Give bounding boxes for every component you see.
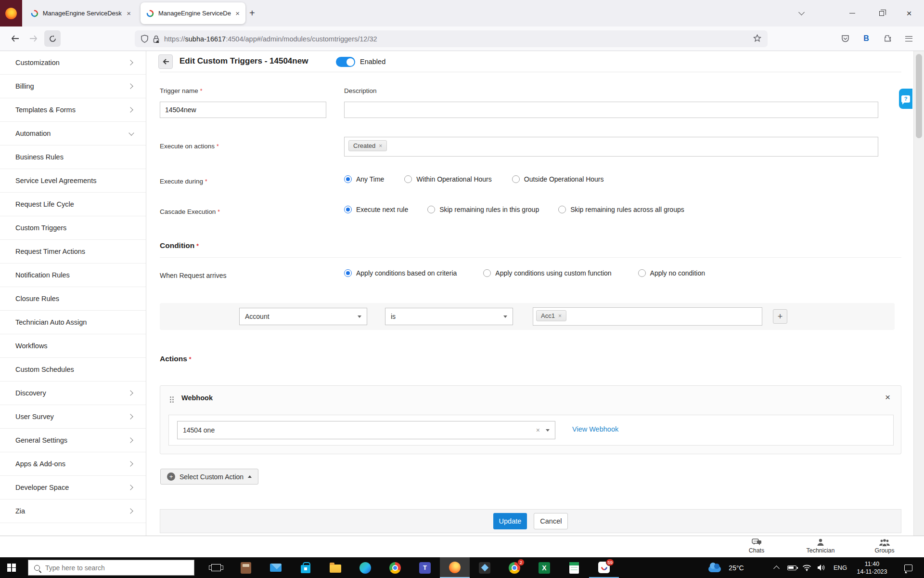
weather-widget[interactable] [706,557,723,578]
chrome-button[interactable] [380,557,410,578]
calculator-button[interactable] [231,557,261,578]
window-minimize-button[interactable] [841,0,863,26]
radio-within-operational-hours[interactable]: Within Operational Hours [404,175,491,183]
extension-b-icon[interactable]: B [858,30,874,47]
radio-any-time[interactable]: Any Time [344,175,384,183]
spreadsheet-button[interactable] [559,557,589,578]
sidebar-item-templates-forms[interactable]: Templates & Forms [0,98,146,122]
extensions-puzzle-icon[interactable] [880,30,896,47]
webhook-select[interactable]: 14504 one × [177,421,555,439]
new-tab-button[interactable]: + [249,7,255,19]
clock[interactable]: 11:4014-11-2023 [851,557,893,578]
radio-execute-next-rule[interactable]: Execute next rule [344,206,408,213]
teams-button[interactable]: T [410,557,440,578]
browser-tab-2-active[interactable]: ManageEngine ServiceDesk Plus × [141,2,245,24]
back-button[interactable] [7,30,23,47]
sidebar-item-closure-rules[interactable]: Closure Rules [0,287,146,311]
radio-skip-rules-all-groups[interactable]: Skip remaining rules across all groups [558,206,684,213]
tab-close-icon[interactable]: × [235,10,240,17]
window-close-button[interactable]: × [898,0,920,26]
enabled-toggle[interactable] [336,57,355,67]
sidebar-item-discovery[interactable]: Discovery [0,381,146,405]
firefox-app-icon[interactable] [0,0,22,26]
sidebar-item-business-rules[interactable]: Business Rules [0,145,146,169]
show-hidden-icons-button[interactable] [770,557,783,578]
chip-remove-icon[interactable]: × [558,313,562,319]
firefox-button-active[interactable] [440,557,470,578]
sidebar-item-apps-add-ons[interactable]: Apps & Add-ons [0,452,146,476]
taskbar-search[interactable] [28,560,194,576]
sidebar-item-zia[interactable]: Zia [0,499,146,523]
trigger-name-input[interactable] [160,102,326,118]
sidebar-item-custom-triggers[interactable]: Custom Triggers [0,216,146,240]
battery-status[interactable] [784,557,799,578]
photos-button[interactable] [470,557,500,578]
condition-operator-select[interactable]: is [385,308,513,325]
edge-button[interactable] [350,557,380,578]
temperature-label[interactable]: 25°C [724,557,749,578]
sidebar-item-request-life-cycle[interactable]: Request Life Cycle [0,193,146,216]
condition-field-select[interactable]: Account [239,308,367,325]
tab-close-icon[interactable]: × [127,10,131,17]
sidebar-item-service-level-agreements[interactable]: Service Level Agreements [0,169,146,193]
window-restore-button[interactable] [871,0,893,26]
webhook-close-icon[interactable]: × [885,393,890,402]
sidebar-item-user-survey[interactable]: User Survey [0,405,146,429]
sidebar-item-automation[interactable]: Automation [0,122,146,145]
radio-apply-conditions-custom-function[interactable]: Apply conditions using custom function [483,269,611,277]
help-button[interactable]: ? [899,89,912,109]
radio-apply-no-condition[interactable]: Apply no condition [638,269,705,277]
clear-selection-icon[interactable]: × [536,426,546,434]
sidebar-item-notification-rules[interactable]: Notification Rules [0,263,146,287]
chip-created[interactable]: Created× [348,140,387,151]
volume-status[interactable] [814,557,829,578]
excel-button[interactable]: X [529,557,559,578]
sidebar-item-developer-space[interactable]: Developer Space [0,476,146,499]
chats-widget[interactable]: Chats [730,538,783,554]
execute-on-actions-field[interactable]: Created× [344,137,878,157]
page-back-button[interactable] [158,54,173,69]
network-status[interactable] [800,557,813,578]
search-input[interactable] [45,564,170,572]
chip-acc1[interactable]: Acc1× [536,310,566,321]
chip-remove-icon[interactable]: × [379,143,382,149]
sidebar-item-request-timer-actions[interactable]: Request Timer Actions [0,240,146,263]
technician-widget[interactable]: Technician [794,538,847,554]
sidebar-item-billing[interactable]: Billing [0,75,146,98]
language-indicator[interactable]: ENG [831,557,850,578]
menu-hamburger-icon[interactable] [900,30,917,47]
radio-skip-rules-this-group[interactable]: Skip remaining rules in this group [427,206,539,213]
groups-widget[interactable]: Groups [858,538,911,554]
view-webhook-link[interactable]: View Webhook [572,425,618,433]
reload-button[interactable] [44,30,61,47]
action-center-button[interactable] [901,557,915,578]
drag-handle-icon[interactable] [170,396,175,404]
file-explorer-button[interactable] [321,557,350,578]
mail-button[interactable] [261,557,291,578]
forward-button[interactable] [25,30,41,47]
pocket-icon[interactable] [837,30,853,47]
servicedesk-phone-button[interactable]: 59 [589,557,619,578]
url-bar[interactable]: https://subha-16617:4504/app#/admin/modu… [135,30,768,47]
sidebar-item-custom-schedules[interactable]: Custom Schedules [0,358,146,381]
list-all-tabs-button[interactable] [790,0,812,26]
scrollbar-thumb[interactable] [916,54,922,138]
sidebar-item-workflows[interactable]: Workflows [0,334,146,358]
chrome-profile-button[interactable]: 2 [500,557,529,578]
sidebar-item-technician-auto-assign[interactable]: Technician Auto Assign [0,311,146,334]
start-button[interactable] [0,557,23,578]
page-scrollbar[interactable] [913,51,924,536]
task-view-button[interactable] [201,557,231,578]
store-button[interactable] [291,557,321,578]
description-input[interactable] [344,102,878,118]
cancel-button[interactable]: Cancel [534,513,568,529]
bookmark-star-icon[interactable] [753,34,761,43]
select-custom-action-button[interactable]: + Select Custom Action [160,469,258,485]
condition-value-field[interactable]: Acc1× [533,307,762,326]
sidebar-item-general-settings[interactable]: General Settings [0,429,146,452]
update-button[interactable]: Update [493,513,527,529]
add-condition-button[interactable]: + [773,309,787,324]
sidebar-item-customization[interactable]: Customization [0,51,146,75]
radio-outside-operational-hours[interactable]: Outside Operational Hours [512,175,604,183]
radio-apply-conditions-criteria[interactable]: Apply conditions based on criteria [344,269,457,277]
